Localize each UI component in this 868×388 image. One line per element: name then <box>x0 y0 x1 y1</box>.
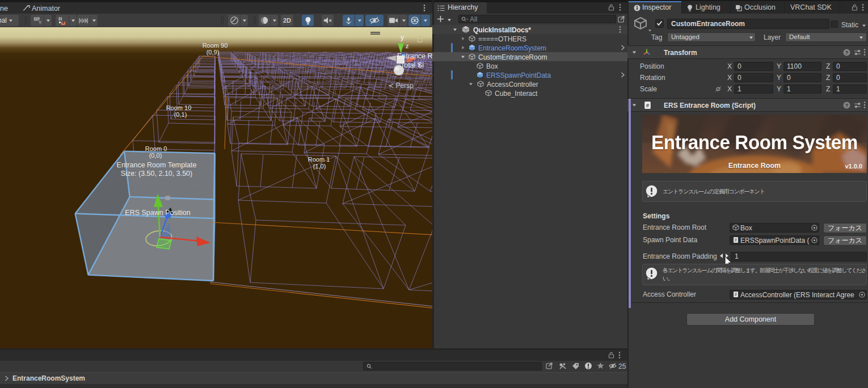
svg-text:#: # <box>646 102 650 108</box>
svg-text:(0,9): (0,9) <box>207 49 220 56</box>
svg-text:Room 1: Room 1 <box>308 156 330 163</box>
svg-text:(0,1): (0,1) <box>174 111 187 118</box>
svg-text:Room 0: Room 0 <box>145 145 167 152</box>
svg-text:Room 90: Room 90 <box>203 42 228 49</box>
svg-text:Entrance Room Template: Entrance Room Template <box>117 161 197 169</box>
svg-text:?: ? <box>845 50 849 56</box>
svg-text:ERS Spawn Position: ERS Spawn Position <box>125 209 190 217</box>
svg-text:(0,0): (0,0) <box>149 152 162 159</box>
svg-text:Room 10: Room 10 <box>166 104 192 111</box>
svg-text:y: y <box>401 33 404 41</box>
svg-text:Y: Y <box>39 20 41 24</box>
svg-text:(1,0): (1,0) <box>313 163 326 170</box>
svg-text:Size: (3.50, 2.10, 3.50): Size: (3.50, 2.10, 3.50) <box>121 170 192 178</box>
svg-text:z: z <box>406 43 409 49</box>
svg-text:?: ? <box>845 103 849 108</box>
